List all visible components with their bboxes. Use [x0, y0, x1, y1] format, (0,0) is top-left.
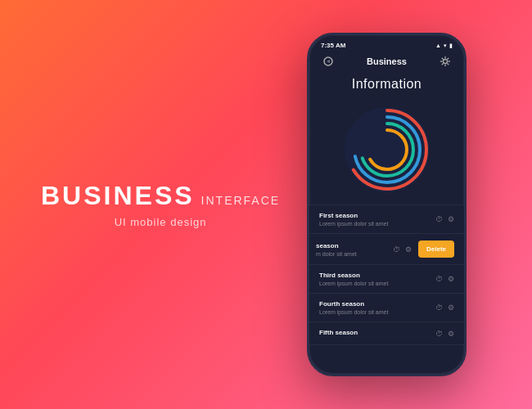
- signal-icon: ▲: [435, 43, 441, 48]
- list-item-desc: Lorem ipsum dolor sit amet: [319, 309, 435, 315]
- swipe-content: season m dolor sit amet ⏱ ⚙ Delete: [316, 240, 454, 258]
- list-item-label: Third season: [319, 272, 435, 279]
- list-item-icons: ⏱ ⚙: [435, 215, 454, 223]
- list-item-icons: ⏱ ⚙: [435, 303, 454, 312]
- gear-icon: ⚙: [405, 245, 412, 254]
- back-icon[interactable]: [321, 54, 336, 69]
- list-item-text: Third season Lorem ipsum dolor sit amet: [319, 272, 435, 286]
- list-item-swiped[interactable]: season m dolor sit amet ⏱ ⚙ Delete: [309, 234, 464, 265]
- list-item-desc: Lorem ipsum dolor sit amet: [319, 281, 435, 286]
- list-item-desc: m dolor sit amet: [316, 251, 393, 257]
- list-item-text: season m dolor sit amet: [316, 242, 393, 257]
- clock-icon: ⏱: [435, 330, 443, 338]
- battery-icon: ▮: [449, 43, 453, 49]
- nav-title: Business: [367, 56, 407, 66]
- list-item[interactable]: Third season Lorem ipsum dolor sit amet …: [309, 265, 464, 294]
- clock-icon: ⏱: [435, 303, 443, 312]
- list-item-icons: ⏱ ⚙: [393, 245, 412, 254]
- gear-icon: ⚙: [448, 275, 454, 283]
- wifi-icon: ▾: [444, 43, 447, 49]
- list-item[interactable]: Fourth season Lorem ipsum dolor sit amet…: [309, 294, 464, 322]
- list-item-label: season: [316, 242, 393, 249]
- list-item[interactable]: First season Lorem ipsum dolor sit amet …: [309, 205, 464, 234]
- status-bar: 7:35 AM ▲ ▾ ▮: [309, 35, 464, 52]
- status-icons: ▲ ▾ ▮: [435, 43, 453, 49]
- delete-button[interactable]: Delete: [418, 240, 454, 258]
- hero-business-label: BUSINESS: [41, 181, 195, 211]
- donut-chart: [342, 105, 432, 195]
- gear-icon: ⚙: [448, 215, 454, 223]
- nav-bar: Business: [309, 52, 464, 74]
- hero-tagline: UI mobile design: [41, 216, 280, 228]
- list-container: First season Lorem ipsum dolor sit amet …: [309, 204, 464, 374]
- list-item-label: Fifth season: [319, 329, 435, 336]
- clock-icon: ⏱: [435, 215, 443, 223]
- list-item[interactable]: Fifth season ⏱ ⚙: [309, 322, 464, 345]
- hero-interface-label: INTERFACE: [201, 194, 281, 207]
- list-item-label: Fourth season: [319, 300, 435, 308]
- left-hero-text: BUSINESS INTERFACE UI mobile design: [41, 181, 280, 228]
- list-item-desc: Lorem ipsum dolor sit amet: [319, 221, 435, 227]
- clock-icon: ⏱: [435, 275, 443, 283]
- gear-icon: ⚙: [448, 303, 454, 312]
- list-item-label: First season: [319, 212, 435, 219]
- list-item-text: First season Lorem ipsum dolor sit amet: [319, 212, 435, 227]
- list-item-text: Fourth season Lorem ipsum dolor sit amet: [319, 300, 435, 315]
- clock-icon: ⏱: [393, 245, 400, 254]
- chart-area: [309, 98, 464, 204]
- settings-icon[interactable]: [438, 54, 453, 69]
- svg-point-2: [345, 107, 430, 192]
- list-item-icons: ⏱ ⚙: [435, 330, 454, 338]
- phone-mockup: 7:35 AM ▲ ▾ ▮ Business: [307, 33, 467, 376]
- phone-screen: 7:35 AM ▲ ▾ ▮ Business: [307, 33, 467, 376]
- svg-point-1: [443, 60, 447, 64]
- status-time: 7:35 AM: [321, 42, 345, 49]
- page-title: Information: [309, 74, 464, 98]
- list-item-icons: ⏱ ⚙: [435, 275, 454, 283]
- list-item-text: Fifth season: [319, 329, 435, 338]
- gear-icon: ⚙: [448, 330, 454, 338]
